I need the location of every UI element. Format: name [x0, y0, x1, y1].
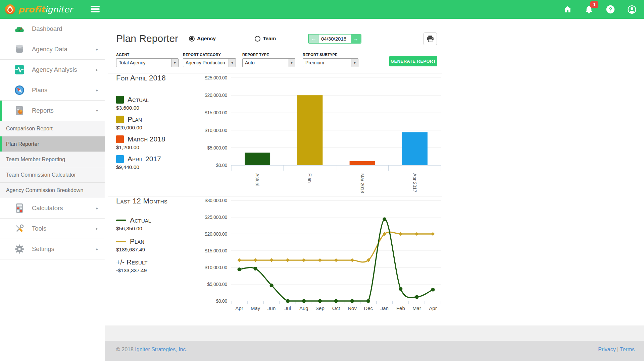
plan-swatch: [116, 116, 124, 123]
svg-text:Plan: Plan: [307, 173, 312, 183]
svg-text:Mar: Mar: [412, 305, 421, 311]
sidebar-item-reports[interactable]: Reports ▾: [0, 101, 105, 121]
svg-text:Oct: Oct: [332, 305, 340, 311]
plan-12mo-value: $189,687.49: [116, 247, 145, 253]
report-type-label: REPORT TYPE: [242, 53, 295, 57]
generate-report-button[interactable]: GENERATE REPORT: [389, 56, 437, 66]
sidebar-subitem-plan-reporter[interactable]: Plan Reporter: [0, 136, 105, 152]
svg-text:$0.00: $0.00: [216, 163, 227, 168]
chevron-right-icon: ▸: [96, 226, 98, 231]
radio-unselected-icon: [255, 36, 260, 42]
sidebar-subitem-comparison-report[interactable]: Comparison Report: [0, 121, 105, 136]
compass-icon: [14, 85, 25, 96]
sidebar-label-plans: Plans: [32, 86, 47, 94]
privacy-link[interactable]: Privacy: [598, 347, 615, 352]
flame-logo-icon: [5, 4, 15, 15]
actual-12mo-value: $56,350.00: [116, 226, 151, 232]
top-header: profitigniter 1 ?: [0, 0, 644, 19]
svg-text:May: May: [251, 305, 260, 311]
calculator-icon: [14, 203, 25, 214]
gauge-icon: [14, 23, 25, 34]
agent-filter: AGENT Total Agency ▾: [116, 53, 179, 67]
sidebar-label-tools: Tools: [32, 225, 46, 232]
sidebar-item-tools[interactable]: Tools ▸: [0, 219, 105, 239]
report-type-filter: REPORT TYPE Auto ▾: [242, 53, 295, 67]
april-bar-chart: $25,000.00$20,000.00$15,000.00$10,000.00…: [201, 73, 442, 194]
svg-text:Jul: Jul: [285, 305, 291, 311]
notification-badge: 1: [590, 1, 598, 8]
legend-april-2017: April 2017 $9,440.00: [116, 155, 161, 170]
legend-actual-12mo: Actual $56,350.00: [116, 216, 151, 232]
april-2017-swatch: [116, 155, 124, 163]
svg-text:Mar 2018: Mar 2018: [360, 173, 365, 193]
company-link[interactable]: Igniter Strategies, Inc.: [135, 347, 187, 352]
svg-text:Actual: Actual: [255, 173, 260, 186]
report-date-picker: ← →: [308, 34, 361, 44]
agency-radio[interactable]: Agency: [189, 36, 216, 42]
radio-selected-icon: [189, 36, 195, 42]
sidebar-label-reports: Reports: [32, 107, 54, 114]
sidebar-subitem-agency-commission-breakdown[interactable]: Agency Commission Breakdown: [0, 183, 105, 198]
svg-text:$5,000.00: $5,000.00: [207, 282, 227, 287]
svg-text:$5,000.00: $5,000.00: [207, 145, 227, 151]
last-12-months-line-chart: $30,000.00$25,000.00$20,000.00$15,000.00…: [201, 196, 442, 313]
copyright-text: © 2018 Igniter Strategies, Inc.: [116, 347, 187, 353]
last-12-months-heading: Last 12 Months: [116, 197, 167, 205]
legend-march-2018: March 2018 $1,200.00: [116, 135, 165, 151]
next-date-button[interactable]: →: [351, 35, 361, 43]
chevron-right-icon: ▸: [96, 47, 98, 52]
svg-text:Apr 2017: Apr 2017: [412, 173, 417, 192]
actual-value: $3,600.00: [116, 105, 149, 111]
svg-text:Nov: Nov: [348, 305, 357, 311]
svg-text:?: ?: [609, 6, 612, 13]
report-category-select[interactable]: Agency Production ▾: [183, 58, 236, 67]
agent-select[interactable]: Total Agency ▾: [116, 58, 179, 67]
result-value: -$133,337.49: [116, 267, 147, 274]
svg-text:$25,000.00: $25,000.00: [205, 75, 228, 80]
sidebar-item-agency-data[interactable]: Agency Data ▸: [0, 39, 105, 60]
select-caret-icon: ▾: [229, 59, 236, 67]
plan-value: $20,000.00: [116, 125, 142, 131]
report-category-filter: REPORT CATEGORY Agency Production ▾: [183, 53, 236, 67]
prev-date-button[interactable]: ←: [309, 35, 319, 43]
legend-plan: Plan $20,000.00: [116, 115, 142, 131]
select-caret-icon: ▾: [171, 59, 178, 67]
help-icon[interactable]: ?: [606, 5, 615, 14]
sidebar-item-plans[interactable]: Plans ▸: [0, 80, 105, 101]
svg-text:$20,000.00: $20,000.00: [205, 231, 228, 237]
legend-result: +/- Result -$133,337.49: [116, 258, 147, 274]
home-icon[interactable]: [563, 5, 572, 14]
svg-text:Jun: Jun: [267, 305, 276, 311]
team-radio[interactable]: Team: [255, 36, 276, 42]
terms-link[interactable]: Terms: [620, 347, 635, 352]
database-icon: [14, 44, 25, 55]
printer-icon: [426, 35, 435, 43]
date-input[interactable]: [319, 35, 351, 43]
legend-plan-12mo: Plan $189,687.49: [116, 237, 145, 253]
menu-toggle-icon[interactable]: [91, 6, 100, 13]
svg-text:Sep: Sep: [315, 305, 325, 311]
legend-actual: Actual $3,600.00: [116, 96, 149, 111]
report-subtype-label: REPORT SUBTYPE: [303, 53, 358, 57]
footer-spacer-band: [105, 325, 644, 341]
brand-logo[interactable]: profitigniter: [5, 0, 72, 19]
gear-icon: [14, 244, 25, 254]
sidebar-item-calculators[interactable]: Calculators ▸: [0, 198, 105, 219]
chevron-right-icon: ▸: [96, 206, 98, 210]
sidebar-item-settings[interactable]: Settings ▸: [0, 239, 105, 259]
actual-swatch: [116, 96, 124, 104]
sidebar-item-agency-analysis[interactable]: Agency Analysis ▸: [0, 60, 105, 80]
report-subtype-select[interactable]: Premium ▾: [303, 58, 358, 67]
sidebar-subitem-team-commission-calculator[interactable]: Team Commission Calculator: [0, 167, 105, 183]
notifications-icon[interactable]: 1: [584, 5, 594, 14]
sidebar-item-dashboard[interactable]: Dashboard: [0, 19, 105, 39]
account-icon[interactable]: [627, 5, 637, 14]
sidebar-subitem-team-member-reporting[interactable]: Team Member Reporting: [0, 152, 105, 167]
print-button[interactable]: [424, 33, 437, 45]
svg-text:$10,000.00: $10,000.00: [205, 265, 228, 270]
pulse-icon: [14, 64, 25, 75]
svg-text:Apr: Apr: [429, 305, 437, 311]
svg-text:$30,000.00: $30,000.00: [205, 198, 228, 203]
svg-text:Jan: Jan: [381, 305, 389, 311]
report-type-select[interactable]: Auto ▾: [242, 58, 295, 67]
